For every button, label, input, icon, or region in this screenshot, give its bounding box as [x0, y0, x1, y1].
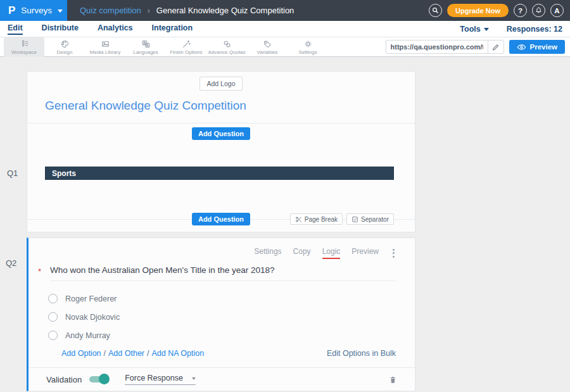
page-break-button[interactable]: Page Break [290, 213, 343, 225]
tools-label: Tools [460, 25, 480, 34]
toolbar-item-languages[interactable]: Languages [125, 37, 166, 57]
option-label[interactable]: Roger Federer [65, 294, 117, 303]
tools-dropdown[interactable]: Tools [460, 25, 488, 34]
gear-icon [303, 39, 313, 49]
toolbar-item-finish-options[interactable]: Finish Options [166, 37, 206, 57]
separator-button[interactable]: Separator [346, 213, 394, 225]
survey-nav: Edit Distribute Analytics Integration To… [0, 21, 570, 37]
option-links-row: Add Option / Add Other / Add NA Option E… [61, 349, 396, 358]
breadcrumb: Quiz competition › General Knowledge Qui… [80, 6, 294, 15]
question-logic-link[interactable]: Logic [322, 247, 341, 259]
palette-icon [60, 39, 70, 49]
question-action-menu: Settings Copy Logic Preview [28, 238, 415, 259]
magic-wand-icon [182, 39, 191, 49]
survey-url-field [386, 40, 504, 54]
product-menu-label: Surveys [21, 6, 52, 15]
survey-title-wrap: General Knowledge Quiz Competition [27, 91, 415, 123]
breadcrumb-parent[interactable]: Quiz competition [80, 6, 141, 15]
tab-integration[interactable]: Integration [152, 23, 193, 35]
survey-title[interactable]: General Knowledge Quiz Competition [45, 99, 397, 113]
add-other-link[interactable]: Add Other [108, 349, 144, 358]
upgrade-now-button[interactable]: Upgrade Now [447, 4, 509, 17]
question-block-q1: Q1 Sports [45, 167, 394, 180]
chevron-down-icon [58, 9, 63, 13]
link-separator: / [147, 349, 149, 358]
chevron-down-icon [484, 28, 489, 31]
radio-button-icon[interactable] [48, 312, 58, 322]
radio-button-icon[interactable] [48, 294, 58, 303]
toolbar-item-workspace[interactable]: Workspace [4, 37, 44, 57]
tab-distribute[interactable]: Distribute [42, 23, 79, 35]
validation-type-value: Force Response [125, 374, 183, 383]
toolbar-item-design[interactable]: Design [44, 37, 85, 57]
question-number-label: Q1 [7, 168, 18, 178]
edit-options-in-bulk-link[interactable]: Edit Options in Bulk [327, 349, 396, 358]
question-preview-link[interactable]: Preview [352, 247, 379, 259]
eye-icon [517, 44, 526, 51]
add-question-button[interactable]: Add Question [192, 127, 250, 140]
top-header: P Surveys Quiz competition › General Kno… [0, 0, 570, 21]
question-number-label: Q2 [6, 258, 16, 268]
toolbar-item-media-library[interactable]: Media Library [85, 37, 125, 57]
workspace-icon [20, 39, 29, 49]
edit-url-pencil-icon[interactable] [488, 41, 504, 53]
product-switcher[interactable]: P Surveys [0, 0, 67, 21]
search-icon[interactable] [429, 4, 442, 17]
tab-edit[interactable]: Edit [8, 23, 23, 35]
answer-options: Roger Federer Novak Djokovic Andy Murray [48, 294, 415, 340]
tab-analytics[interactable]: Analytics [98, 23, 133, 35]
insert-row-right: Page Break Separator [290, 213, 394, 225]
notifications-bell-icon[interactable] [532, 4, 545, 17]
option-row[interactable]: Andy Murray [48, 331, 415, 340]
preview-label: Preview [530, 43, 557, 51]
required-asterisk: * [38, 267, 44, 281]
help-icon[interactable]: ? [514, 4, 527, 17]
tag-icon [263, 39, 272, 49]
radio-button-icon[interactable] [48, 331, 58, 340]
question-settings-link[interactable]: Settings [254, 247, 281, 259]
questionpro-logo: P [8, 5, 15, 16]
preview-button[interactable]: Preview [509, 40, 565, 54]
add-logo-button[interactable]: Add Logo [200, 77, 243, 91]
delete-question-trash-icon[interactable] [388, 375, 397, 384]
add-na-option-link[interactable]: Add NA Option [152, 349, 205, 358]
validation-label: Validation [46, 375, 82, 384]
question-block-q2: Q2 Settings Copy Logic Preview * Who won… [27, 237, 415, 391]
validation-row: Validation Force Response [28, 367, 415, 391]
kebab-menu-icon[interactable] [390, 248, 397, 259]
add-question-row-top: Add Question [27, 127, 415, 140]
question-text[interactable]: Who won the Australian Open Men's Title … [50, 265, 396, 281]
image-icon [101, 39, 110, 49]
add-question-button[interactable]: Add Question [192, 213, 250, 225]
add-option-link[interactable]: Add Option [61, 349, 101, 358]
option-row[interactable]: Novak Djokovic [48, 312, 415, 322]
option-row[interactable]: Roger Federer [48, 294, 415, 303]
scissors-icon [295, 216, 302, 223]
survey-canvas: Add Logo General Knowledge Quiz Competit… [0, 57, 570, 391]
toggle-knob [99, 374, 110, 384]
checkbox-icon [352, 216, 358, 223]
question-text-row: * Who won the Australian Open Men's Titl… [38, 265, 396, 281]
chain-links-icon [222, 39, 232, 49]
toolbar-item-variables[interactable]: Variables [247, 37, 288, 57]
validation-toggle[interactable] [89, 376, 108, 383]
option-label[interactable]: Novak Djokovic [65, 313, 120, 322]
breadcrumb-current: General Knowledge Quiz Competition [156, 6, 294, 15]
edit-toolbar: Workspace Design Media Library Languages… [0, 37, 570, 57]
survey-url-input[interactable] [386, 43, 488, 51]
card-gap [27, 232, 570, 237]
responses-count[interactable]: Responses: 12 [507, 25, 562, 34]
section-heading-sports[interactable]: Sports [45, 167, 394, 180]
toolbar-item-advance-quotas[interactable]: Advance Quotas [206, 37, 247, 57]
add-logo-row: Add Logo [27, 72, 415, 91]
nav-right: Tools Responses: 12 [460, 25, 562, 34]
insert-row: Add Question Page Break Separator [27, 213, 415, 225]
translate-icon [141, 39, 151, 49]
chevron-down-icon [192, 377, 196, 380]
validation-type-dropdown[interactable]: Force Response [125, 374, 196, 385]
breadcrumb-separator-icon: › [148, 6, 150, 15]
toolbar-item-settings[interactable]: Settings [288, 37, 328, 57]
question-copy-link[interactable]: Copy [293, 247, 311, 259]
option-label[interactable]: Andy Murray [65, 331, 110, 340]
avatar[interactable]: A [550, 4, 564, 17]
